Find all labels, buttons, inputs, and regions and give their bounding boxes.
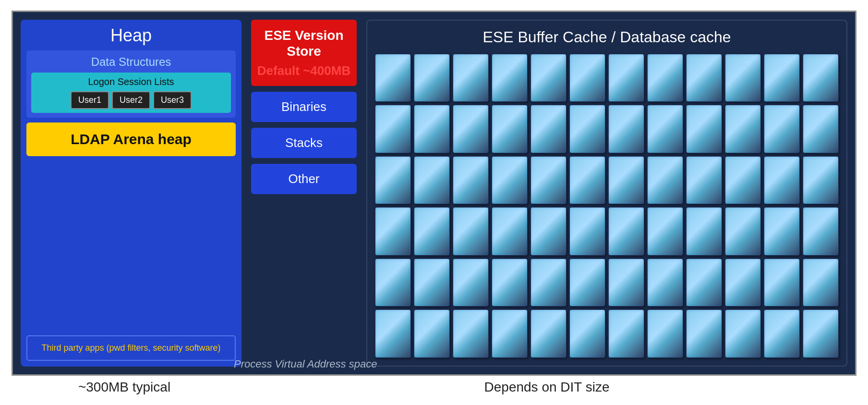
cache-tile: [530, 105, 567, 153]
cache-tile: [764, 309, 800, 358]
ldap-arena-title: LDAP Arena heap: [32, 131, 230, 147]
heap-title: Heap: [26, 25, 236, 46]
cache-tile: [686, 54, 722, 102]
cache-tile: [453, 258, 489, 307]
cache-tile: [414, 105, 450, 153]
process-virtual-address-label: Process Virtual Address space: [234, 358, 377, 370]
cache-tile: [414, 258, 450, 307]
logon-session-title: Logon Session Lists: [35, 76, 227, 87]
cache-tile: [608, 156, 644, 205]
cache-tile: [569, 105, 605, 153]
third-party-box: Third party apps (pwd filters, security …: [26, 335, 236, 361]
cache-tile: [569, 258, 605, 307]
ese-version-title: ESE Version Store: [256, 27, 352, 60]
cache-tile: [414, 54, 450, 102]
ese-version-box: ESE Version Store Default ~400MB: [251, 20, 357, 86]
cache-tile: [530, 207, 567, 256]
cache-tile: [414, 309, 450, 358]
cache-tile: [803, 156, 839, 205]
cache-tile: [530, 54, 567, 102]
outer-wrapper: Heap Data Structures Logon Session Lists…: [12, 11, 856, 395]
cache-tile: [375, 309, 411, 358]
cache-tile: [414, 156, 450, 205]
cache-tile: [375, 156, 411, 205]
cache-tile: [686, 258, 722, 307]
cache-tile: [647, 258, 683, 307]
user2-box: User2: [112, 91, 150, 109]
data-structures-title: Data Structures: [31, 55, 231, 69]
cache-tile: [375, 258, 411, 307]
cache-tile: [647, 105, 683, 153]
cache-tile: [492, 207, 528, 256]
cache-tile: [608, 54, 644, 102]
tiles-grid: [375, 54, 839, 358]
bottom-label-right: Depends on DIT size: [237, 380, 856, 395]
cache-tile: [375, 105, 411, 153]
cache-tile: [803, 207, 839, 256]
ese-buffer-section: ESE Buffer Cache / Database cache: [366, 20, 847, 367]
cache-tile: [686, 207, 722, 256]
cache-tile: [608, 207, 644, 256]
cache-tile: [725, 156, 761, 205]
cache-tile: [492, 309, 528, 358]
cache-tile: [453, 309, 489, 358]
cache-tile: [725, 309, 761, 358]
cache-tile: [530, 156, 567, 205]
cache-tile: [608, 105, 644, 153]
data-structures-box: Data Structures Logon Session Lists User…: [26, 50, 236, 118]
cache-tile: [764, 258, 800, 307]
binaries-box: Binaries: [251, 92, 357, 122]
cache-tile: [647, 309, 683, 358]
cache-tile: [803, 54, 839, 102]
bottom-labels: ~300MB typical Depends on DIT size: [12, 376, 856, 395]
cache-tile: [725, 258, 761, 307]
cache-tile: [803, 105, 839, 153]
cache-tile: [764, 105, 800, 153]
cache-tile: [530, 309, 567, 358]
cache-tile: [492, 54, 528, 102]
user1-box: User1: [71, 91, 109, 109]
cache-tile: [569, 207, 605, 256]
cache-tile: [453, 156, 489, 205]
cache-tile: [686, 156, 722, 205]
cache-tile: [375, 54, 411, 102]
stacks-box: Stacks: [251, 128, 357, 158]
cache-tile: [686, 105, 722, 153]
cache-tile: [803, 258, 839, 307]
cache-tile: [453, 105, 489, 153]
cache-tile: [725, 207, 761, 256]
cache-tile: [569, 309, 605, 358]
cache-tile: [647, 54, 683, 102]
cache-tile: [686, 309, 722, 358]
ese-buffer-title: ESE Buffer Cache / Database cache: [375, 28, 839, 46]
cache-tile: [492, 105, 528, 153]
cache-tile: [764, 207, 800, 256]
cache-tile: [492, 258, 528, 307]
user-boxes: User1 User2 User3: [35, 91, 227, 109]
third-party-text: Third party apps (pwd filters, security …: [32, 343, 230, 353]
cache-tile: [647, 156, 683, 205]
cache-tile: [530, 258, 567, 307]
cache-tile: [453, 207, 489, 256]
cache-tile: [492, 156, 528, 205]
cache-tile: [608, 258, 644, 307]
cache-tile: [647, 207, 683, 256]
middle-lower: Binaries Stacks Other: [251, 92, 357, 367]
logon-session-box: Logon Session Lists User1 User2 User3: [31, 73, 231, 113]
main-diagram: Heap Data Structures Logon Session Lists…: [12, 11, 856, 376]
other-box: Other: [251, 164, 357, 194]
cache-tile: [375, 207, 411, 256]
cache-tile: [608, 309, 644, 358]
cache-tile: [453, 54, 489, 102]
cache-tile: [764, 54, 800, 102]
cache-tile: [764, 156, 800, 205]
cache-tile: [569, 156, 605, 205]
middle-section: ESE Version Store Default ~400MB Binarie…: [251, 20, 357, 367]
ese-version-default: Default ~400MB: [256, 63, 352, 78]
bottom-label-left: ~300MB typical: [12, 380, 237, 395]
ldap-arena-box: LDAP Arena heap: [26, 123, 236, 156]
user3-box: User3: [153, 91, 192, 109]
cache-tile: [803, 309, 839, 358]
cache-tile: [569, 54, 605, 102]
cache-tile: [414, 207, 450, 256]
